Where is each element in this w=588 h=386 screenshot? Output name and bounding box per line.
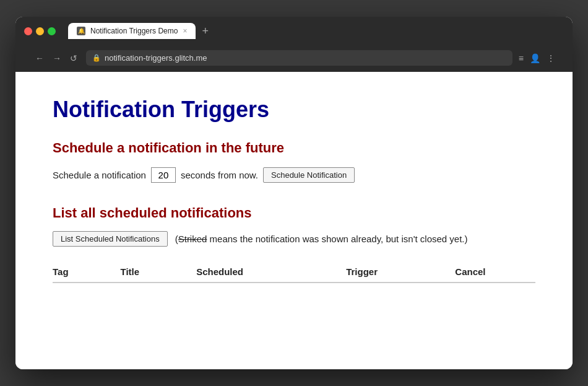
col-title: Title [120, 261, 196, 283]
list-row: List Scheduled Notifications (Striked me… [53, 231, 535, 247]
traffic-light-green[interactable] [48, 27, 56, 35]
profile-button[interactable]: 👤 [530, 53, 540, 63]
browser-window: 🔔 Notification Triggers Demo × + ← → ↺ 🔒… [15, 17, 573, 369]
url-right-icons: ≡ 👤 ⋮ [519, 53, 555, 63]
back-button[interactable]: ← [33, 52, 46, 64]
tabs-row: 🔔 Notification Triggers Demo × + [68, 23, 564, 39]
schedule-label-after: seconds from now. [181, 170, 258, 180]
striked-word: Striked [178, 234, 207, 244]
table-header: Tag Title Scheduled Trigger Cancel [53, 261, 535, 283]
col-scheduled: Scheduled [196, 261, 346, 283]
traffic-light-yellow[interactable] [36, 27, 44, 35]
refresh-button[interactable]: ↺ [67, 52, 80, 64]
page-content: Notification Triggers Schedule a notific… [15, 72, 573, 369]
schedule-row: Schedule a notification seconds from now… [53, 167, 535, 183]
traffic-light-red[interactable] [24, 27, 32, 35]
address-bar: ← → ↺ 🔒 notification-triggers.glitch.me … [24, 45, 564, 72]
nav-buttons: ← → ↺ [33, 52, 80, 64]
more-options-button[interactable]: ⋮ [547, 53, 555, 63]
url-text: notification-triggers.glitch.me [105, 53, 506, 63]
url-bar[interactable]: 🔒 notification-triggers.glitch.me [86, 50, 512, 66]
tab-title: Notification Triggers Demo [90, 27, 178, 35]
reader-mode-button[interactable]: ≡ [519, 53, 524, 63]
col-trigger: Trigger [346, 261, 455, 283]
striked-note: (Striked means the notification was show… [175, 234, 468, 244]
tab-close-button[interactable]: × [183, 27, 187, 35]
schedule-notification-button[interactable]: Schedule Notification [263, 167, 355, 183]
schedule-input[interactable] [151, 167, 176, 183]
schedule-label-before: Schedule a notification [53, 170, 146, 180]
list-section-heading: List all scheduled notifications [53, 205, 535, 221]
tab-favicon: 🔔 [77, 27, 85, 35]
notifications-table: Tag Title Scheduled Trigger Cancel [53, 261, 535, 283]
note-suffix: means the notification was shown already… [207, 234, 467, 244]
page-title: Notification Triggers [53, 97, 535, 123]
col-tag: Tag [53, 261, 120, 283]
new-tab-button[interactable]: + [197, 23, 214, 39]
active-tab[interactable]: 🔔 Notification Triggers Demo × [68, 23, 196, 39]
title-bar-top: 🔔 Notification Triggers Demo × + [24, 23, 564, 45]
table-header-row: Tag Title Scheduled Trigger Cancel [53, 261, 535, 283]
traffic-lights [24, 27, 56, 35]
lock-icon: 🔒 [92, 54, 101, 62]
forward-button[interactable]: → [50, 52, 64, 64]
list-scheduled-notifications-button[interactable]: List Scheduled Notifications [53, 231, 168, 247]
col-cancel: Cancel [455, 261, 535, 283]
schedule-section-heading: Schedule a notification in the future [53, 140, 535, 156]
title-bar: 🔔 Notification Triggers Demo × + ← → ↺ 🔒… [15, 17, 573, 72]
